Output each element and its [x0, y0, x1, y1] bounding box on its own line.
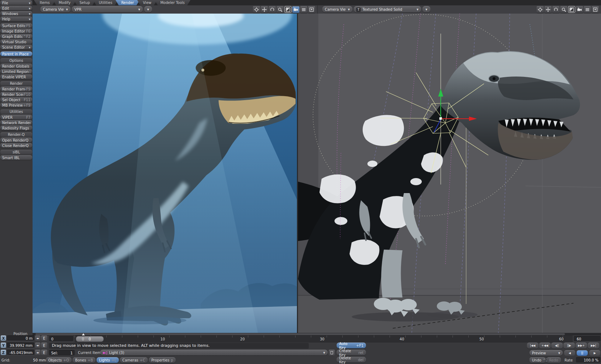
item-button-bones[interactable]: Bones+B — [73, 357, 96, 363]
sidebar-item-scene-editor[interactable]: Scene Editor▼ — [0, 45, 32, 49]
viewport-left-vpr-render[interactable] — [33, 14, 297, 333]
sidebar-item-radiosity-flags[interactable]: Radiosity Flags — [0, 126, 32, 130]
viewport-scrollbar[interactable] — [33, 333, 601, 335]
sidebar-item-file[interactable]: File▼ — [0, 0, 32, 5]
nudge-button[interactable]: ◀▶ — [35, 343, 40, 348]
render-mode-dropdown[interactable]: T Textured Shaded Solid ▼ — [354, 6, 421, 13]
play-forward-button[interactable]: ▶ — [589, 350, 600, 356]
center-item-icon[interactable] — [253, 6, 260, 13]
tab-render[interactable]: Render — [116, 0, 140, 5]
zoom-icon[interactable] — [277, 6, 284, 13]
frame-icon[interactable] — [308, 6, 315, 13]
nudge-button[interactable]: ◀▶ — [35, 335, 40, 341]
go-end-button[interactable]: ▶▶| — [588, 343, 599, 349]
list-icon[interactable] — [300, 6, 307, 13]
prev-frame-button[interactable]: ◀|| — [551, 343, 563, 349]
current-frame-field[interactable]: 0 — [49, 336, 73, 341]
envelope-button[interactable]: E — [41, 350, 47, 355]
view-mode-dropdown[interactable]: Camera View ▼ — [40, 6, 70, 13]
tab-items[interactable]: Items — [34, 0, 55, 5]
rate-field[interactable]: 100.0 % — [576, 357, 601, 363]
sidebar-item-sel-object[interactable]: Sel ObjectF11 — [0, 97, 32, 102]
preview-dropdown[interactable]: Preview ▼ — [529, 350, 563, 356]
sidebar-item-edit[interactable]: Edit▼ — [0, 6, 32, 10]
view-mode-dropdown[interactable]: Camera View ▼ — [322, 6, 352, 13]
render-mode-dropdown[interactable]: VPR ▼ — [72, 6, 143, 13]
undo-button[interactable]: Undo ^Z — [529, 357, 546, 363]
axis-badge-y[interactable]: Y — [1, 343, 6, 348]
sidebar-item-smart-ibl[interactable]: Smart IBL — [0, 155, 32, 160]
sidebar-item-surface-editor[interactable]: Surface EditorF5 — [0, 23, 32, 28]
frame-slider-handle[interactable]: 0 — [76, 336, 104, 342]
tab-utilities[interactable]: Utilities — [93, 0, 118, 5]
go-start-button[interactable]: |◀◀ — [527, 343, 538, 349]
current-item-dropdown[interactable]: Light (3) ▼ — [100, 350, 328, 355]
sidebar-item-viper[interactable]: VIPERF7 — [0, 115, 32, 119]
camera-icon[interactable] — [292, 6, 299, 13]
next-frame-button[interactable]: ||▶ — [563, 343, 575, 349]
center-item-icon[interactable] — [537, 6, 544, 13]
next-key-button[interactable]: ▶▶+ — [576, 343, 587, 349]
item-button-shortcut: +C — [138, 358, 145, 362]
sidebar-item-open-renderq[interactable]: Open RenderQ — [0, 138, 32, 142]
item-button-objects[interactable]: Objects+O — [46, 357, 72, 363]
tab-view[interactable]: View — [137, 0, 157, 5]
y-value-field[interactable]: 39.9992 mm — [7, 343, 34, 348]
viewport-options-dropdown[interactable]: ▼ — [422, 6, 430, 13]
envelope-button[interactable]: E — [41, 335, 47, 341]
zoom-icon[interactable] — [560, 6, 567, 13]
pause-button[interactable]: || — [577, 350, 588, 356]
sidebar-item-help[interactable]: Help▼ — [0, 16, 32, 21]
sidebar-item-graph-editor[interactable]: Graph Editor^F2 — [0, 34, 32, 39]
scrollbar-thumb[interactable] — [35, 333, 565, 335]
pan-icon[interactable] — [544, 6, 552, 13]
delete-key-button[interactable]: Delete Keydel — [337, 357, 366, 363]
timeline-ruler[interactable]: 0 0102030405060 — [75, 335, 573, 343]
redo-button[interactable]: Redo — [547, 357, 561, 363]
play-reverse-button[interactable]: ◀ — [564, 350, 575, 356]
camera-icon[interactable] — [576, 6, 583, 13]
maximize-icon[interactable] — [284, 6, 292, 13]
sidebar-item-mb-preview[interactable]: MB Preview+F9 — [0, 103, 32, 107]
sidebar-item-close-renderq[interactable]: Close RenderQ — [0, 143, 32, 148]
tab-setup[interactable]: Setup — [74, 0, 96, 5]
grid-label: Grid: — [1, 358, 10, 363]
sidebar-item-limited-region[interactable]: Limited Regionl — [0, 69, 32, 74]
axis-row-y: Y39.9992 mm◀▶E — [0, 343, 48, 348]
create-key-button[interactable]: Create Keyret — [337, 350, 366, 355]
item-button-shortcut: +L — [110, 358, 116, 362]
envelope-button[interactable]: E — [41, 343, 47, 348]
sidebar-item-enable-viper[interactable]: Enable VIPER — [0, 74, 32, 79]
viewport-right-shaded[interactable] — [298, 14, 601, 333]
z-value-field[interactable]: -65.0419mm — [7, 350, 34, 355]
status-message: Drag mouse in view to move selected item… — [49, 343, 309, 349]
item-button-cameras[interactable]: Cameras+C — [120, 357, 148, 363]
sidebar-item-render-frame[interactable]: Render FrameF9 — [0, 87, 32, 91]
end-frame-field[interactable]: 60 — [574, 336, 601, 341]
x-value-field[interactable]: 0 m — [7, 335, 34, 341]
rotate-icon[interactable] — [552, 6, 560, 13]
viewport-options-dropdown[interactable]: ▼ — [144, 6, 152, 13]
item-button-properties[interactable]: Propertiesp — [149, 357, 176, 363]
pan-icon[interactable] — [261, 6, 268, 13]
sidebar-item-virtual-studio[interactable]: Virtual Studio — [0, 39, 32, 44]
sidebar-item-image-editor[interactable]: Image EditorF6 — [0, 29, 32, 33]
axis-badge-z[interactable]: Z — [1, 350, 6, 355]
axis-badge-x[interactable]: X — [1, 335, 6, 341]
sidebar-item-render-scene[interactable]: Render SceneF10 — [0, 92, 32, 97]
item-properties-button[interactable] — [329, 350, 335, 355]
tab-modeler-tools[interactable]: Modeler Tools — [155, 0, 190, 5]
sidebar-item-network-render[interactable]: Network Render — [0, 120, 32, 125]
sidebar-item-parent-in-place[interactable]: Parent in Place — [0, 51, 32, 56]
frame-icon[interactable] — [592, 6, 599, 13]
maximize-icon[interactable] — [568, 6, 575, 13]
list-icon[interactable] — [584, 6, 591, 13]
nudge-button[interactable]: ◀▶ — [35, 350, 40, 355]
rotate-icon[interactable] — [269, 6, 276, 13]
item-button-lights[interactable]: Lights+L — [97, 357, 119, 363]
tab-modify[interactable]: Modify — [53, 0, 76, 5]
auto-key-button[interactable]: Auto Key+F1 — [337, 343, 366, 348]
prev-key-button[interactable]: +◀◀ — [539, 343, 551, 349]
sidebar-item-windows[interactable]: Windows▼ — [0, 11, 32, 16]
sidebar-item-render-globals[interactable]: Render Globals — [0, 64, 32, 68]
